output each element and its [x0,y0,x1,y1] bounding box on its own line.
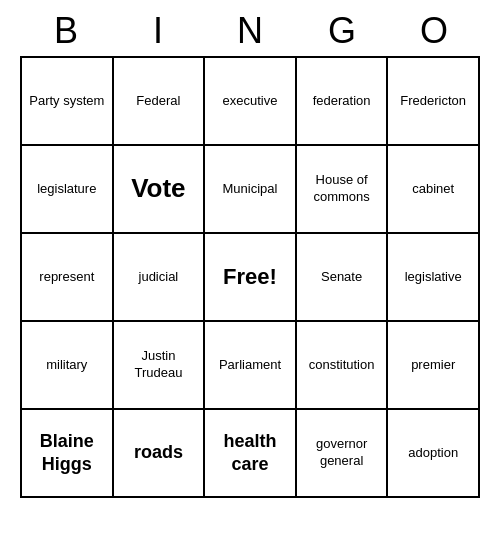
cell-19: premier [388,322,480,410]
cell-6: Vote [114,146,206,234]
cell-5: legislature [22,146,114,234]
cell-8: House of commons [297,146,389,234]
cell-22: health care [205,410,297,498]
cell-18: constitution [297,322,389,410]
cell-11: judicial [114,234,206,322]
cell-13: Senate [297,234,389,322]
cell-17: Parliament [205,322,297,410]
letter-o: O [390,10,478,52]
cell-24: adoption [388,410,480,498]
cell-9: cabinet [388,146,480,234]
cell-0: Party system [22,58,114,146]
cell-23: governor general [297,410,389,498]
cell-7: Municipal [205,146,297,234]
letter-i: I [114,10,202,52]
cell-12: Free! [205,234,297,322]
cell-4: Fredericton [388,58,480,146]
letter-b: B [22,10,110,52]
letter-g: G [298,10,386,52]
bingo-grid: Party systemFederalexecutivefederationFr… [20,56,480,498]
cell-10: represent [22,234,114,322]
cell-16: Justin Trudeau [114,322,206,410]
cell-14: legislative [388,234,480,322]
bingo-title: B I N G O [20,10,480,52]
letter-n: N [206,10,294,52]
cell-3: federation [297,58,389,146]
cell-2: executive [205,58,297,146]
cell-20: Blaine Higgs [22,410,114,498]
cell-21: roads [114,410,206,498]
cell-15: military [22,322,114,410]
cell-1: Federal [114,58,206,146]
